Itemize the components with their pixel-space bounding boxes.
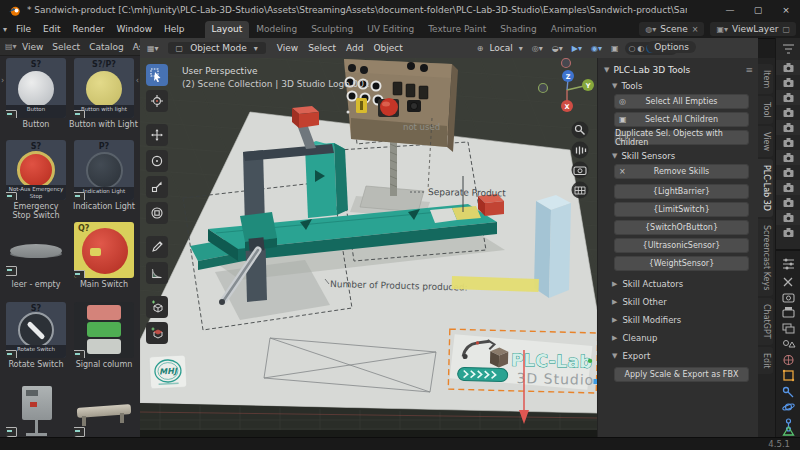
tab-item[interactable]: Item bbox=[758, 64, 773, 94]
menu-file[interactable]: File bbox=[10, 22, 37, 36]
zoom-button[interactable] bbox=[572, 122, 589, 139]
tab-screencast-keys[interactable]: Screencast Keys bbox=[758, 219, 773, 296]
editor-type-icon[interactable]: ▦▾ bbox=[144, 44, 162, 53]
shading-wireframe-icon[interactable]: ○ bbox=[629, 44, 636, 53]
scene-tab-icon[interactable] bbox=[784, 341, 796, 348]
overlays-toggle-icon[interactable]: ◉▾ bbox=[588, 44, 605, 53]
tab-shading[interactable]: Shading bbox=[493, 21, 544, 38]
asset-item-leer-empty[interactable]: leer - empty bbox=[5, 222, 67, 289]
duplicate-objects-button[interactable]: ▢ Duplicate Sel. Objects with Children bbox=[614, 130, 749, 145]
physics-tab-icon[interactable] bbox=[782, 403, 795, 411]
properties-editor-icon[interactable] bbox=[783, 259, 794, 270]
emergency-button[interactable] bbox=[380, 98, 398, 116]
asset-thumb-button[interactable]: S? Button bbox=[6, 58, 66, 118]
mhj-logo[interactable]: MHJ bbox=[149, 355, 187, 389]
viewport-canvas[interactable]: not used Separate Product Number of Prod… bbox=[140, 58, 597, 437]
asset-item-button-with-light[interactable]: S?/P? Button with light Button with Ligh… bbox=[73, 58, 135, 129]
asset-item-conveyor-part[interactable] bbox=[73, 382, 135, 437]
world-tab-icon[interactable] bbox=[784, 356, 793, 365]
orientation-label[interactable]: Local bbox=[489, 43, 512, 53]
tab-texture-paint[interactable]: Texture Paint bbox=[421, 21, 493, 38]
remove-skills-button[interactable]: × Remove Skills bbox=[614, 164, 749, 179]
asset-item-indication-light[interactable]: P? Indication Light Indication Light bbox=[73, 140, 135, 211]
viewport-3d[interactable]: not used Separate Product Number of Prod… bbox=[140, 58, 597, 437]
orientation-icon[interactable]: ⊕ bbox=[474, 44, 487, 53]
section-skill-modifiers[interactable]: ▶ Skill Modifiers bbox=[612, 315, 753, 325]
menu-render[interactable]: Render bbox=[67, 22, 111, 36]
tool-add-cube[interactable] bbox=[146, 296, 168, 318]
tool-tab-icon[interactable] bbox=[784, 278, 792, 286]
menu-edit[interactable]: Edit bbox=[37, 22, 66, 36]
asset-thumb-signal-column[interactable] bbox=[74, 302, 134, 358]
viewport-menu-view[interactable]: View bbox=[272, 41, 303, 55]
section-skill-actuators[interactable]: ▶ Skill Actuators bbox=[612, 279, 753, 289]
select-all-children-button[interactable]: ▣ Select All Children bbox=[614, 112, 749, 127]
ultrasonicsensor-button[interactable]: {UltrasonicSensor} bbox=[614, 238, 749, 253]
asset-thumb-control-cabinet[interactable] bbox=[6, 382, 66, 437]
minimize-button[interactable]: — bbox=[716, 0, 744, 20]
asset-item-button[interactable]: S? Button Button bbox=[5, 58, 67, 129]
asset-menu-select[interactable]: Select bbox=[52, 42, 80, 52]
unlink-scene-icon[interactable]: × bbox=[692, 25, 699, 34]
asset-menu-view[interactable]: View bbox=[22, 42, 43, 52]
asset-item-main-switch[interactable]: Q? Main Switch bbox=[73, 222, 135, 289]
viewport-menu-select[interactable]: Select bbox=[303, 41, 341, 55]
object-tab-icon[interactable] bbox=[783, 370, 794, 381]
shading-solid-icon[interactable]: ◐ bbox=[638, 44, 645, 53]
apply-scale-export-fbx-button[interactable]: Apply Scale & Export as FBX bbox=[614, 367, 749, 382]
carriage[interactable] bbox=[240, 212, 277, 242]
tab-sculpting[interactable]: Sculpting bbox=[304, 21, 360, 38]
tool-select-box[interactable] bbox=[146, 64, 168, 86]
control-panel[interactable]: not used bbox=[344, 59, 458, 152]
asset-item-rotate-switch[interactable]: S? Rotate Switch Rotate Switch bbox=[5, 302, 67, 369]
maximize-button[interactable]: ▢ bbox=[744, 0, 772, 20]
tab-rendering[interactable]: Rendering bbox=[604, 21, 605, 38]
tool-rotate[interactable] bbox=[146, 150, 168, 172]
viewlayer-selector[interactable]: ▣▾ ViewLayer ▢ bbox=[710, 22, 796, 36]
region-expand-right-icon[interactable]: ‹ bbox=[136, 76, 139, 85]
select-all-empties-button[interactable]: ◎ Select All Empties bbox=[614, 94, 749, 109]
snap-magnet-icon[interactable]: ◒▾ bbox=[549, 44, 566, 53]
section-tools[interactable]: ▼ Tools bbox=[612, 81, 753, 91]
tab-layout[interactable]: Layout bbox=[205, 21, 250, 38]
asset-menu-catalog[interactable]: Catalog bbox=[89, 42, 124, 52]
modifier-tab-icon[interactable] bbox=[784, 388, 794, 398]
tool-annotate[interactable] bbox=[146, 236, 168, 258]
tab-edit[interactable]: Edit bbox=[758, 347, 773, 375]
section-skill-sensors[interactable]: ▼ Skill Sensors bbox=[612, 151, 753, 161]
region-expand-left-icon[interactable]: › bbox=[1, 76, 4, 85]
tab-plc-lab-3d[interactable]: PLC-Lab 3D bbox=[758, 159, 773, 217]
menu-help[interactable]: Help bbox=[158, 22, 191, 36]
tool-transform[interactable] bbox=[146, 202, 168, 224]
asset-thumb-emergency-stop[interactable]: S? Not-Aus Emergency Stop bbox=[6, 140, 66, 200]
asset-thumb-leer-empty[interactable] bbox=[6, 222, 66, 278]
limitswitch-button[interactable]: {LimitSwitch} bbox=[614, 202, 749, 217]
viewport-menu-object[interactable]: Object bbox=[368, 41, 407, 55]
weightsensor-button[interactable]: {WeightSensor} bbox=[614, 256, 749, 271]
tool-measure[interactable] bbox=[146, 262, 168, 284]
asset-item-control-cabinet[interactable] bbox=[5, 382, 67, 437]
asset-thumb-conveyor-part[interactable] bbox=[74, 382, 134, 437]
section-export[interactable]: ▼ Export bbox=[612, 351, 753, 361]
blender-menu-icon[interactable]: ▾ bbox=[0, 25, 10, 34]
asset-browser-editor-icon[interactable]: ▤▾ bbox=[5, 42, 17, 51]
asset-thumb-rotate-switch[interactable]: S? Rotate Switch bbox=[6, 302, 66, 358]
tab-uv-editing[interactable]: UV Editing bbox=[360, 21, 421, 38]
tool-move[interactable] bbox=[146, 124, 168, 146]
tab-animation[interactable]: Animation bbox=[544, 21, 604, 38]
tab-tool[interactable]: Tool bbox=[758, 96, 773, 124]
section-skill-other[interactable]: ▶ Skill Other bbox=[612, 297, 753, 307]
close-button[interactable]: × bbox=[772, 0, 800, 20]
perspective-toggle-button[interactable] bbox=[572, 182, 589, 199]
tab-view[interactable]: View bbox=[758, 126, 773, 157]
gizmo-neg-handle[interactable] bbox=[562, 59, 571, 68]
options-dropdown[interactable]: Options bbox=[647, 41, 696, 53]
tab-modeling[interactable]: Modeling bbox=[249, 21, 304, 38]
mode-dropdown[interactable]: ▢ Object Mode ▾ bbox=[168, 42, 266, 54]
pivot-icon[interactable]: ◎▾ bbox=[529, 44, 546, 53]
panel-plc-lab-tools[interactable]: ▼ PLC-Lab 3D Tools ≡ bbox=[604, 65, 753, 75]
asset-thumb-indication-light[interactable]: P? Indication Light bbox=[74, 140, 134, 200]
switchorbutton-button[interactable]: {SwitchOrButton} bbox=[614, 220, 749, 235]
gizmos-toggle-icon[interactable]: ▶▾ bbox=[569, 44, 585, 53]
output-tab-icon[interactable] bbox=[783, 307, 794, 317]
